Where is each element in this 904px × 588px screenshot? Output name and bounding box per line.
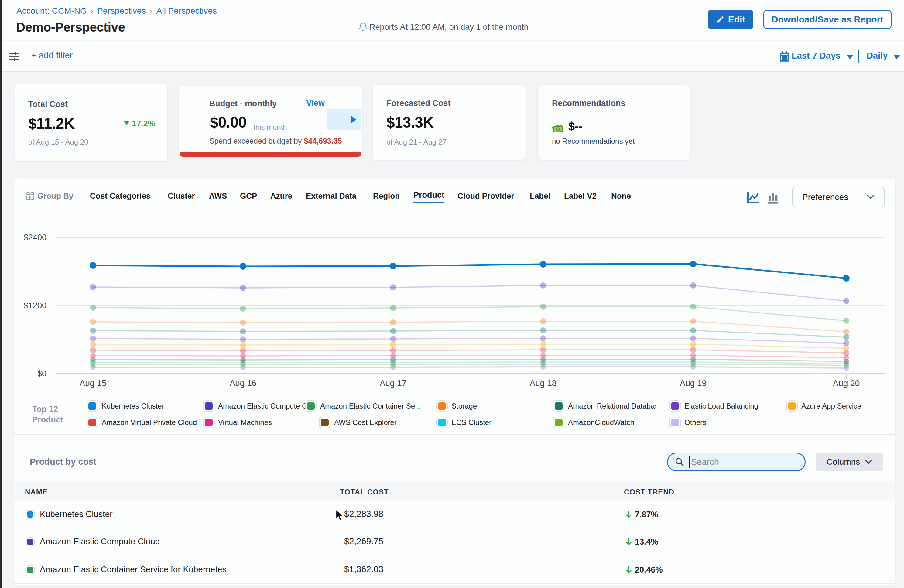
svg-text:Aug 18: Aug 18 xyxy=(530,378,557,388)
svg-text:$1200: $1200 xyxy=(24,301,46,310)
svg-text:Aug 15: Aug 15 xyxy=(80,378,107,388)
svg-text:Aug 20: Aug 20 xyxy=(833,378,860,388)
svg-text:$0: $0 xyxy=(37,369,46,378)
svg-text:Aug 16: Aug 16 xyxy=(230,378,257,388)
svg-text:$2400: $2400 xyxy=(24,233,46,242)
svg-text:Aug 19: Aug 19 xyxy=(680,378,707,388)
svg-text:Aug 17: Aug 17 xyxy=(380,378,407,388)
